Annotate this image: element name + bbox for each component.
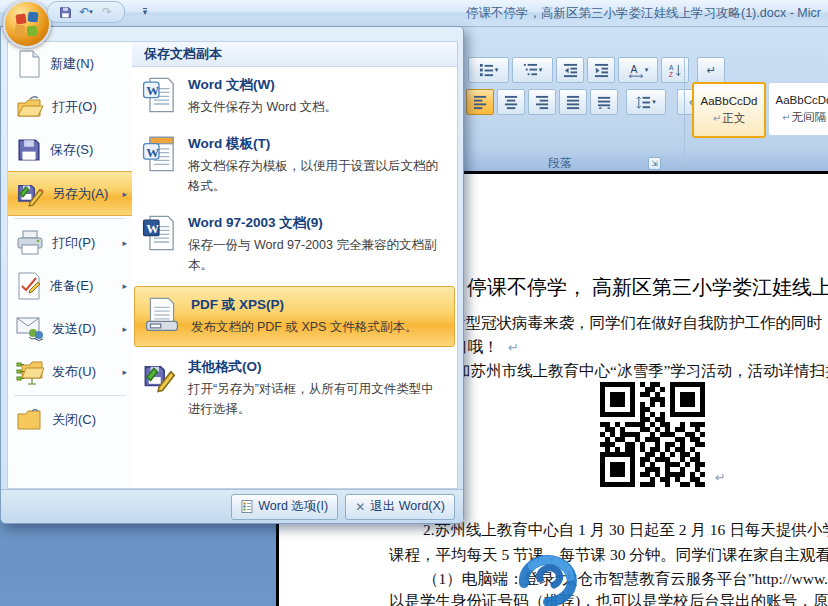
paragraph-dialog-launcher[interactable]: ⇲ <box>648 157 661 170</box>
document-line: 2.苏州线上教育中心自 1 月 30 日起至 2 月 16 日每天提供小学一至初… <box>423 520 828 541</box>
menu-item-send[interactable]: 发送(D) ▸ <box>8 307 132 350</box>
pdf-xps-icon <box>145 297 179 333</box>
paragraph-mark-icon: ↵ <box>782 112 790 123</box>
other-formats-icon <box>142 360 176 394</box>
chevron-down-icon: ▾ <box>645 66 649 74</box>
svg-text:↵: ↵ <box>706 64 715 76</box>
document-line: （1）电脑端：登录“太仓市智慧教育云服务平台”http://www. <box>423 569 828 590</box>
word-97-2003-icon: W <box>142 215 176 251</box>
menu-item-open[interactable]: 打开(O) <box>8 85 132 128</box>
numbered-list-button[interactable]: ▾ <box>468 57 509 83</box>
save-as-submenu: 保存文档副本 W Word 文档(W) 将文件保存为 Word 文档。 W Wo… <box>132 41 458 489</box>
printer-icon <box>16 230 44 256</box>
save-icon <box>59 6 72 19</box>
office-button[interactable] <box>3 0 51 48</box>
align-center-button[interactable] <box>497 89 525 115</box>
menu-item-new[interactable]: 新建(N) <box>8 42 132 85</box>
character-scale-icon: A <box>628 63 644 78</box>
style-sample: AaBbCcDd <box>776 94 828 106</box>
open-folder-icon <box>16 95 44 119</box>
submenu-arrow-icon: ▸ <box>122 281 127 291</box>
chevron-down-icon: ▾ <box>539 66 543 74</box>
multilevel-list-button[interactable]: ▾ <box>512 57 553 83</box>
document-heading: 停课不停学， 高新区第三小学娄江娃线上学习攻略 <box>467 274 828 301</box>
group-divider <box>684 58 685 170</box>
redo-button[interactable]: ↷ <box>98 4 116 21</box>
style-card-normal[interactable]: AaBbCcDd ↵正文 <box>692 82 766 138</box>
chevron-down-icon: ▾ <box>89 8 93 16</box>
align-left-button[interactable] <box>466 89 494 115</box>
align-center-icon <box>504 95 519 110</box>
submenu-item-word-template[interactable]: W Word 模板(T) 将文档保存为模板，以便用于设置以后文档的格式。 <box>132 126 457 205</box>
office-menu: 新建(N) 打开(O) 保存(S) 另存为(A) ▸ 打印(P) ▸ 准备(E)… <box>0 26 464 524</box>
line-spacing-button[interactable]: ▾ <box>626 89 666 115</box>
close-document-icon <box>16 408 44 432</box>
word-document-icon: W <box>142 77 176 113</box>
distribute-button[interactable] <box>590 89 618 115</box>
asian-layout-button[interactable]: A ▾ <box>618 57 658 83</box>
align-right-button[interactable] <box>528 89 556 115</box>
style-name: ↵正文 <box>713 111 745 126</box>
show-paragraph-marks-button[interactable]: ↵ <box>697 57 725 83</box>
document-line: 加苏州市线上教育中心“冰雪季”学习活动，活动详情扫描二维码参加 <box>455 361 828 382</box>
multilevel-list-icon <box>523 63 538 78</box>
prepare-icon <box>16 272 42 300</box>
quick-access-toolbar: ↶▾ ↷ <box>47 1 125 23</box>
undo-icon: ↶ <box>79 5 89 19</box>
submenu-item-word-document[interactable]: W Word 文档(W) 将文件保存为 Word 文档。 <box>132 67 457 126</box>
document-line: 课程，平均每天 5 节课，每节课 30 分钟。同学们课在家自主观看。登录 <box>389 545 828 566</box>
new-document-icon <box>16 50 42 78</box>
submenu-item-other-formats[interactable]: 其他格式(O) 打开“另存为”对话框，从所有可用文件类型中进行选择。 <box>132 349 457 428</box>
menu-item-publish[interactable]: 发布(U) ▸ <box>8 350 132 393</box>
exit-word-button[interactable]: ✕ 退出 Word(X) <box>345 494 455 520</box>
word-options-icon <box>241 500 253 513</box>
send-icon <box>16 316 44 342</box>
increase-indent-icon <box>594 63 609 78</box>
customize-quick-access-button[interactable]: ▾ <box>136 2 154 20</box>
svg-text:W: W <box>146 146 159 160</box>
word-options-button[interactable]: Word 选项(I) <box>231 494 338 520</box>
document-line: 新型冠状病毒来袭，同学们在做好自我防护工作的同时，可以参加线上学 <box>450 313 828 334</box>
menu-separator <box>14 395 126 396</box>
paragraph-mark-icon: ↵ <box>713 113 721 124</box>
office-logo-icon <box>15 12 39 36</box>
menu-separator <box>14 218 126 219</box>
word-template-icon: W <box>142 136 176 172</box>
save-button[interactable] <box>56 4 74 21</box>
chevron-down-icon: ▾ <box>143 8 148 14</box>
publish-icon <box>16 359 44 385</box>
style-sample: AaBbCcDd <box>701 95 758 107</box>
justify-button[interactable] <box>559 89 587 115</box>
save-as-icon <box>16 180 44 208</box>
align-right-icon <box>535 95 550 110</box>
submenu-arrow-icon: ▸ <box>122 189 127 199</box>
style-card-no-spacing[interactable]: AaBbCcDd ↵无间隔 <box>768 82 828 136</box>
decrease-indent-icon <box>563 63 578 78</box>
paragraph-mark-icon: ↵ <box>508 340 519 355</box>
submenu-item-pdf-xps[interactable]: PDF 或 XPS(P) 发布文档的 PDF 或 XPS 文件格式副本。 <box>134 286 455 347</box>
style-name: ↵无间隔 <box>782 110 826 125</box>
submenu-item-word-97-2003[interactable]: W Word 97-2003 文档(9) 保存一份与 Word 97-2003 … <box>132 205 457 284</box>
menu-item-save-as[interactable]: 另存为(A) ▸ <box>8 171 132 216</box>
undo-button[interactable]: ↶▾ <box>77 4 95 21</box>
increase-indent-button[interactable] <box>587 57 615 83</box>
numbered-list-icon <box>479 63 494 78</box>
menu-item-print[interactable]: 打印(P) ▸ <box>8 221 132 264</box>
window-title: 停课不停学，高新区第三小学娄江娃线上学习攻略(1).docx - Micr <box>466 5 821 22</box>
submenu-arrow-icon: ▸ <box>122 324 127 334</box>
menu-item-prepare[interactable]: 准备(E) ▸ <box>8 264 132 307</box>
distribute-icon <box>597 95 612 110</box>
submenu-arrow-icon: ▸ <box>122 238 127 248</box>
close-x-icon: ✕ <box>355 500 365 514</box>
line-spacing-icon <box>636 95 651 110</box>
office-menu-commands: 新建(N) 打开(O) 保存(S) 另存为(A) ▸ 打印(P) ▸ 准备(E)… <box>7 41 133 489</box>
menu-item-close[interactable]: 关闭(C) <box>8 398 132 441</box>
decrease-indent-button[interactable] <box>556 57 584 83</box>
sort-az-icon: AZ <box>668 63 683 78</box>
align-left-icon <box>473 95 488 110</box>
svg-text:Z: Z <box>668 71 672 78</box>
svg-text:A: A <box>630 64 637 75</box>
menu-item-save[interactable]: 保存(S) <box>8 128 132 171</box>
chevron-down-icon: ▾ <box>495 66 499 74</box>
save-icon <box>16 137 42 163</box>
